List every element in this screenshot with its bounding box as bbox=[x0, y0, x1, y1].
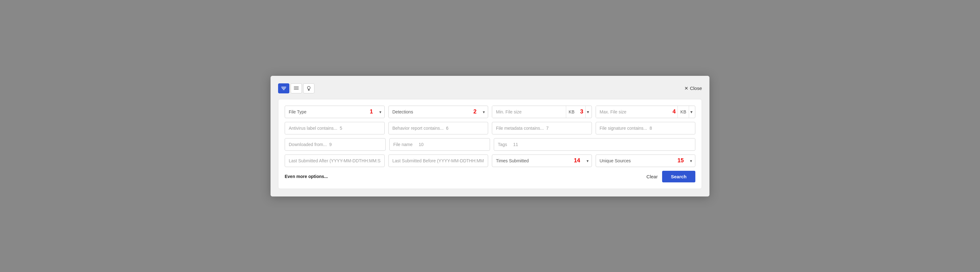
last-submitted-before-input[interactable] bbox=[388, 154, 488, 167]
metadata-input[interactable] bbox=[492, 122, 592, 134]
file-type-cell: File Type 1 ▾ bbox=[285, 106, 385, 118]
top-bar: ✕ Close bbox=[278, 83, 702, 93]
detections-label: Detections bbox=[393, 109, 472, 115]
filename-cell bbox=[389, 138, 490, 151]
max-file-size-chevron-icon: ▾ bbox=[690, 109, 692, 115]
clear-button[interactable]: Clear bbox=[646, 174, 658, 179]
bottom-row: Even more options... Clear Search bbox=[285, 171, 695, 182]
detections-badge: 2 bbox=[473, 108, 477, 115]
detections-cell: Detections 2 ▾ bbox=[388, 106, 488, 118]
min-file-size-cell: KB 3 ▾ bbox=[492, 106, 592, 118]
toolbar-icon-group bbox=[278, 83, 315, 93]
signature-input[interactable] bbox=[596, 122, 696, 134]
last-submitted-after-input[interactable] bbox=[285, 154, 385, 167]
close-label: Close bbox=[690, 86, 702, 91]
antivirus-input[interactable] bbox=[285, 122, 385, 134]
file-type-select[interactable]: File Type 1 bbox=[285, 106, 385, 118]
filter-row-3 bbox=[285, 138, 695, 151]
antivirus-cell bbox=[285, 122, 385, 134]
min-file-size-chevron-icon: ▾ bbox=[587, 109, 589, 115]
times-submitted-label: Times Submitted bbox=[496, 158, 573, 163]
more-options-link[interactable]: Even more options... bbox=[285, 174, 328, 179]
unique-sources-select[interactable]: Unique Sources 15 bbox=[596, 154, 696, 167]
times-submitted-badge: 14 bbox=[574, 157, 580, 164]
svg-point-6 bbox=[307, 86, 310, 89]
unique-sources-label: Unique Sources bbox=[600, 158, 676, 163]
modal-container: ✕ Close File Type 1 ▾ Detections 2 ▾ bbox=[270, 76, 710, 196]
max-file-size-input[interactable] bbox=[596, 106, 670, 118]
min-file-size-group: KB 3 ▾ bbox=[492, 106, 592, 118]
behavior-cell bbox=[388, 122, 488, 134]
min-file-size-badge: 3 bbox=[578, 108, 585, 115]
min-file-size-dropdown[interactable]: ▾ bbox=[585, 106, 592, 118]
max-file-size-cell: 4 KB ▾ bbox=[596, 106, 696, 118]
max-file-size-badge: 4 bbox=[671, 108, 678, 115]
tags-input[interactable] bbox=[494, 138, 695, 151]
filter-row-2 bbox=[285, 122, 695, 134]
close-button[interactable]: ✕ Close bbox=[684, 86, 702, 91]
file-type-badge: 1 bbox=[370, 108, 373, 115]
search-panel: File Type 1 ▾ Detections 2 ▾ KB 3 bbox=[278, 99, 702, 189]
filter-icon-btn[interactable] bbox=[278, 83, 290, 93]
filter-row-4: Times Submitted 14 ▾ Unique Sources 15 ▾ bbox=[285, 154, 695, 167]
filter-row-1: File Type 1 ▾ Detections 2 ▾ KB 3 bbox=[285, 106, 695, 118]
action-group: Clear Search bbox=[646, 171, 695, 182]
max-file-size-group: 4 KB ▾ bbox=[596, 106, 696, 118]
behavior-input[interactable] bbox=[388, 122, 488, 134]
max-file-size-dropdown[interactable]: ▾ bbox=[689, 106, 695, 118]
tags-cell bbox=[494, 138, 695, 151]
bulb-icon-btn[interactable] bbox=[303, 83, 315, 93]
last-submitted-before-cell bbox=[388, 154, 488, 167]
min-file-size-input[interactable] bbox=[492, 106, 566, 118]
unique-sources-cell: Unique Sources 15 ▾ bbox=[596, 154, 696, 167]
times-submitted-select[interactable]: Times Submitted 14 bbox=[492, 154, 592, 167]
times-submitted-cell: Times Submitted 14 ▾ bbox=[492, 154, 592, 167]
svg-rect-7 bbox=[308, 90, 309, 90]
downloaded-cell bbox=[285, 138, 386, 151]
list-icon-btn[interactable] bbox=[291, 83, 302, 93]
unique-sources-badge: 15 bbox=[678, 157, 684, 164]
metadata-cell bbox=[492, 122, 592, 134]
downloaded-input[interactable] bbox=[285, 138, 386, 151]
last-submitted-after-cell bbox=[285, 154, 385, 167]
min-file-size-unit: KB bbox=[566, 106, 577, 118]
filename-input[interactable] bbox=[389, 138, 490, 151]
signature-cell bbox=[596, 122, 696, 134]
detections-select[interactable]: Detections 2 bbox=[388, 106, 488, 118]
close-x-icon: ✕ bbox=[684, 86, 689, 91]
max-file-size-unit: KB bbox=[678, 106, 689, 118]
file-type-label: File Type bbox=[289, 109, 368, 115]
search-button[interactable]: Search bbox=[662, 171, 695, 182]
